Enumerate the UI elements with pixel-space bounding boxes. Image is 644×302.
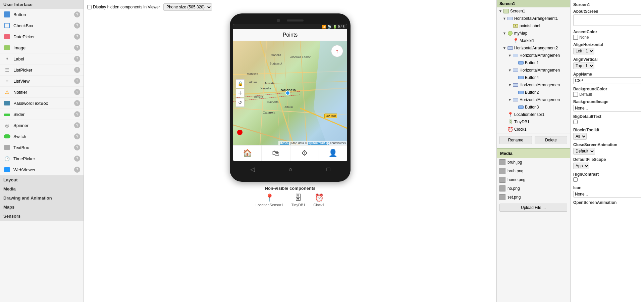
image-help[interactable]: ?	[74, 45, 80, 51]
nav-user-btn[interactable]: 👤	[319, 145, 347, 161]
component-listview[interactable]: ≡ ListView ?	[0, 76, 84, 87]
nav-home-btn[interactable]: 🏠	[233, 145, 262, 161]
tree-item-harr4[interactable]: ▼ HorizontalArrangemen	[497, 67, 570, 74]
component-webviewer[interactable]: WebViewer ?	[0, 164, 84, 175]
prop-value-blocks-toolkit[interactable]: All	[573, 133, 587, 140]
slider-help[interactable]: ?	[74, 111, 80, 117]
component-spinner[interactable]: ◎ Spinner ?	[0, 120, 84, 131]
tree-item-harr3[interactable]: ▼ HorizontalArrangemen	[497, 52, 570, 59]
osm-link[interactable]: OpenStreetMap	[308, 141, 329, 145]
tree-toggle-harr2[interactable]: ▼	[502, 46, 507, 50]
prop-value-icon[interactable]	[573, 191, 641, 198]
component-checkbox[interactable]: CheckBox ?	[0, 20, 84, 31]
android-recents-btn[interactable]: □	[326, 166, 330, 173]
spinner-help[interactable]: ?	[74, 122, 80, 128]
datepicker-help[interactable]: ?	[74, 34, 80, 40]
non-visible-clock[interactable]: ⏰ Clock1	[313, 193, 325, 207]
tree-item-btn1[interactable]: ▶ Button1	[497, 59, 570, 67]
component-timepicker[interactable]: 🕐 TimePicker ?	[0, 153, 84, 164]
tree-toggle-harr6[interactable]: ▼	[507, 97, 512, 102]
tree-toggle-mymap[interactable]: ▼	[502, 31, 507, 36]
tree-toggle-harr4[interactable]: ▼	[507, 68, 512, 73]
webviewer-help[interactable]: ?	[74, 167, 80, 173]
component-listpicker[interactable]: ☰ ListPicker ?	[0, 64, 84, 76]
media-set-png[interactable]: set.png	[497, 193, 570, 202]
component-passwordtextbox[interactable]: PasswordTextBox ?	[0, 98, 84, 109]
prop-value-align-vertical[interactable]: Top : 1	[573, 62, 594, 69]
prop-value-close-screen-animation[interactable]: Default	[573, 148, 595, 155]
leaflet-link[interactable]: Leaflet	[280, 141, 289, 145]
nav-settings-btn[interactable]: ⚙	[290, 145, 319, 161]
section-maps[interactable]: Maps	[0, 203, 84, 212]
tree-toggle-harr3[interactable]: ▼	[507, 53, 512, 58]
label-help[interactable]: ?	[74, 56, 80, 62]
non-visible-location-sensor[interactable]: 📍 LocationSensor1	[256, 193, 283, 207]
media-bruh-jpg[interactable]: bruh.jpg	[497, 158, 570, 167]
non-visible-tinydb[interactable]: 🗄 TinyDB1	[291, 193, 306, 207]
prop-value-high-contrast[interactable]	[573, 177, 578, 182]
textbox-help[interactable]: ?	[74, 144, 80, 150]
switch-help[interactable]: ?	[74, 133, 80, 139]
map-rotate-btn[interactable]: ↺	[236, 98, 245, 107]
tree-item-btn3[interactable]: ▶ Button3	[497, 103, 570, 111]
prop-value-default-file-scope[interactable]: App	[573, 163, 589, 169]
map-plus-btn[interactable]: ✛	[236, 89, 245, 97]
phone-map[interactable]: València Godella Burjassot Manises Misla…	[233, 41, 347, 145]
prop-value-align-horizontal[interactable]: Left : 1	[573, 48, 594, 54]
component-image[interactable]: Image ?	[0, 42, 84, 53]
media-bruh-png[interactable]: bruh.png	[497, 167, 570, 175]
tree-item-pointslabel[interactable]: ▶ A pointsLabel	[497, 22, 570, 30]
tree-item-harr6[interactable]: ▼ HorizontalArrangemen	[497, 96, 570, 103]
tree-item-locsensor1[interactable]: ▶ 📍 LocationSensor1	[497, 111, 570, 118]
display-hidden-checkbox[interactable]	[87, 5, 92, 9]
component-button[interactable]: Button ?	[0, 9, 84, 20]
android-back-btn[interactable]: ◁	[250, 166, 255, 173]
section-media[interactable]: Media	[0, 184, 84, 193]
prop-value-background-image[interactable]	[573, 105, 641, 112]
tree-item-btn2[interactable]: ▶ Button2	[497, 89, 570, 96]
accent-color-swatch[interactable]	[573, 35, 578, 40]
prop-value-app-name[interactable]	[573, 77, 641, 84]
tree-item-harr2[interactable]: ▼ HorizontalArrangement2	[497, 44, 570, 52]
delete-button[interactable]: Delete	[535, 136, 567, 144]
component-datepicker[interactable]: DatePicker ?	[0, 31, 84, 42]
tree-item-mymap[interactable]: ▼ myMap	[497, 30, 570, 37]
button-help[interactable]: ?	[74, 11, 80, 17]
tree-item-harr5[interactable]: ▼ HorizontalArrangemen	[497, 81, 570, 89]
section-user-interface[interactable]: User Interface	[0, 0, 84, 9]
nav-bag-btn[interactable]: 🛍	[262, 145, 290, 161]
bg-color-swatch[interactable]	[573, 92, 578, 97]
section-sensors[interactable]: Sensors	[0, 212, 84, 221]
tree-toggle-screen1[interactable]: ▼	[498, 9, 503, 13]
media-home-png[interactable]: home.png	[497, 175, 570, 184]
tree-item-screen1[interactable]: ▼ Screen1	[497, 7, 570, 15]
tree-item-tinydb1[interactable]: ▶ 🗄 TinyDB1	[497, 118, 570, 126]
component-slider[interactable]: Slider ?	[0, 109, 84, 120]
component-textbox[interactable]: TextBox ?	[0, 142, 84, 153]
section-drawing-animation[interactable]: Drawing and Animation	[0, 193, 84, 203]
passwordtextbox-help[interactable]: ?	[74, 100, 80, 106]
phone-size-select[interactable]: Phone size (505,320)	[163, 3, 212, 11]
listview-help[interactable]: ?	[74, 78, 80, 84]
map-lock-btn[interactable]: 🔒	[236, 79, 245, 88]
tree-item-clock1[interactable]: ▶ ⏰ Clock1	[497, 126, 570, 133]
tree-item-harr1[interactable]: ▼ HorizontalArrangement1	[497, 15, 570, 22]
component-notifier[interactable]: ⚠ Notifier ?	[0, 87, 84, 98]
rename-button[interactable]: Rename	[499, 136, 532, 144]
section-layout[interactable]: Layout	[0, 175, 84, 184]
checkbox-help[interactable]: ?	[74, 23, 80, 29]
notifier-help[interactable]: ?	[74, 89, 80, 95]
component-label[interactable]: A Label ?	[0, 53, 84, 64]
upload-file-button[interactable]: Upload File ...	[499, 204, 567, 212]
prop-value-big-default-text[interactable]	[573, 120, 578, 124]
tree-toggle-harr5[interactable]: ▼	[507, 83, 512, 87]
tree-toggle-harr1[interactable]: ▼	[502, 16, 507, 21]
prop-value-about-screen[interactable]	[573, 14, 641, 26]
android-home-btn[interactable]: ○	[289, 166, 292, 173]
component-switch[interactable]: Switch ?	[0, 131, 84, 142]
listpicker-help[interactable]: ?	[74, 67, 80, 73]
tree-item-marker1[interactable]: ▶ 📍 Marker1	[497, 37, 570, 44]
media-no-png[interactable]: no.png	[497, 184, 570, 193]
timepicker-help[interactable]: ?	[74, 156, 80, 162]
tree-item-btn4[interactable]: ▶ Button4	[497, 74, 570, 81]
